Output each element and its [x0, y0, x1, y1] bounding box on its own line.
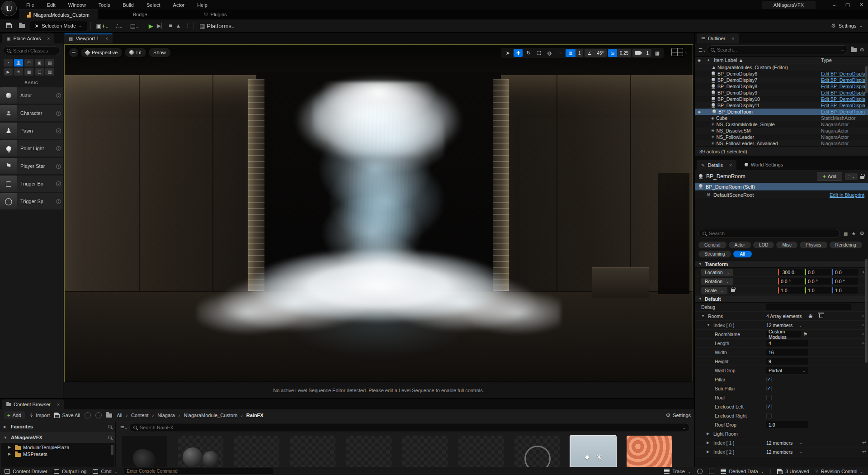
rotation-snap-group[interactable]: ∠ 45° — [585, 49, 606, 57]
close-icon[interactable]: × — [57, 402, 60, 407]
gear-icon[interactable]: ⚙ — [859, 47, 864, 53]
subpillar-checkbox[interactable]: ✓ — [766, 386, 772, 391]
platforms-button[interactable]: ▦ Platforms⌄ — [198, 23, 236, 29]
eye-icon[interactable]: ◉ — [698, 58, 703, 62]
close-icon[interactable]: × — [729, 163, 732, 168]
search-icon[interactable] — [108, 436, 112, 439]
placeable-player-start[interactable]: ⚑ Player Star? — [0, 158, 63, 174]
height-field[interactable]: 9 — [766, 358, 808, 365]
content-drawer-button[interactable]: Content Drawer — [5, 469, 47, 474]
add-actor-button[interactable]: ▣+⌄ — [94, 23, 110, 29]
tab-plugins[interactable]: ⎋ Plugins — [196, 10, 235, 19]
gear-icon[interactable]: ⚙ — [859, 230, 864, 237]
placeable-point-light[interactable]: Point Light? — [0, 140, 63, 157]
content-browser-tab[interactable]: Content Browser × — [2, 399, 64, 409]
category-audio-icon[interactable]: ▶ — [4, 68, 13, 76]
save-all-button[interactable]: Save All — [54, 413, 80, 418]
location-y-field[interactable]: 0.0 — [805, 269, 831, 276]
walldrop-select[interactable]: Partial ⌄ — [766, 367, 808, 374]
outliner-row[interactable]: BP_DemoDisplay8 Edit BP_DemoDispla — [695, 83, 868, 90]
snapshot-icon[interactable] — [709, 469, 714, 474]
place-actors-search[interactable] — [3, 46, 60, 55]
filter-icon[interactable]: ☰⌄ — [698, 48, 704, 52]
placeable-trigger-sphere[interactable]: ◯ Trigger Sp? — [0, 193, 63, 209]
chip-rendering[interactable]: Rendering — [830, 242, 862, 248]
chip-general[interactable]: General — [698, 242, 726, 248]
debug-field[interactable] — [766, 304, 851, 310]
add-element-icon[interactable]: ⊕ — [808, 313, 813, 319]
search-icon[interactable] — [108, 425, 112, 428]
rotation-y-field[interactable]: 0.0 ° — [805, 278, 831, 285]
import-button[interactable]: ⇓ Import — [29, 412, 50, 418]
menu-window[interactable]: Window — [63, 1, 91, 9]
menu-build[interactable]: Build — [118, 1, 139, 9]
placeable-trigger-box[interactable]: ▢ Trigger Bo? — [0, 176, 63, 192]
enclosedleft-checkbox[interactable]: ✓ — [766, 404, 772, 409]
expand-icon[interactable]: ▶ — [707, 441, 711, 445]
outliner-row[interactable]: BP_DemoDisplay11 Edit BP_DemoDispla — [695, 102, 868, 109]
edit-blueprint-link[interactable]: Edit BP_DemoDispla — [821, 71, 868, 76]
minimize-button[interactable]: – — [827, 2, 841, 8]
show-dropdown[interactable]: Show — [149, 48, 170, 57]
edit-blueprint-link[interactable]: Edit BP_DemoDispla — [821, 90, 868, 95]
cmd-dropdown[interactable]: Cmd ⌄ — [93, 469, 118, 474]
chip-all[interactable]: All — [733, 251, 752, 257]
close-icon[interactable]: × — [105, 36, 108, 41]
output-log-button[interactable]: Output Log — [54, 469, 86, 474]
camera-speed-value[interactable]: 1 — [643, 49, 651, 57]
category-cinematic-icon[interactable]: ▤ — [45, 59, 54, 66]
collapse-icon[interactable]: ▼ — [701, 314, 706, 318]
chip-physics[interactable]: Physics — [800, 242, 827, 248]
crumb-niagaramodule-custom[interactable]: NiagaraModule_Custom — [184, 413, 237, 418]
length-field[interactable]: 4 — [766, 340, 808, 347]
category-basic-icon[interactable] — [14, 59, 23, 66]
outliner-tab[interactable]: ☰ Outliner × — [697, 33, 739, 43]
enclosedright-checkbox[interactable]: ✓ — [766, 413, 772, 418]
reset-icon[interactable]: ↩ — [862, 449, 866, 455]
stop-button[interactable]: ■ — [169, 23, 172, 29]
category-lights-icon[interactable]: ☉ — [24, 59, 33, 66]
search-input[interactable] — [140, 425, 679, 430]
star-icon[interactable]: ★ — [707, 58, 710, 62]
outliner-row[interactable]: ◈ Cube StaticMeshActor — [695, 115, 868, 121]
chip-actor[interactable]: Actor — [729, 242, 751, 248]
browse-content-icon[interactable] — [17, 23, 27, 29]
console-command-input[interactable]: Enter Console Command — [124, 468, 273, 474]
location-x-field[interactable]: -300.0 — [778, 269, 804, 276]
rotation-x-field[interactable]: 0.0 ° — [778, 278, 804, 285]
move-tool-icon[interactable]: ✚ — [514, 49, 523, 57]
revision-control-dropdown[interactable]: ⑂ Revision Control ⌄ — [816, 469, 863, 474]
edit-blueprint-link[interactable]: Edit BP_DemoRoom — [821, 109, 868, 114]
outliner-row[interactable]: BP_DemoDisplay9 Edit BP_DemoDispla — [695, 90, 868, 96]
outliner-row-world[interactable]: NiagaraModules_Custom (Editor) — [695, 64, 868, 71]
folder-modulartempleplaza[interactable]: ▶ ModularTemplePlaza — [8, 444, 114, 451]
rotate-tool-icon[interactable]: ↻ — [524, 49, 533, 57]
width-field[interactable]: 16 — [766, 349, 808, 356]
world-settings-tab[interactable]: World Settings — [736, 159, 791, 170]
perspective-dropdown[interactable]: Perspective — [81, 48, 122, 57]
close-icon[interactable]: × — [47, 36, 50, 41]
play-options-icon[interactable]: ⋮ — [184, 23, 190, 29]
category-shapes-icon[interactable]: ▣ — [35, 59, 44, 66]
menu-select[interactable]: Select — [141, 1, 166, 9]
outliner-row[interactable]: ✳ NS_CustomModule_Simple NiagaraActor — [695, 121, 868, 128]
crumb-niagara[interactable]: Niagara — [157, 413, 175, 418]
content-browser-settings-button[interactable]: ⚙ Settings — [665, 412, 691, 418]
viewport-3d-scene[interactable]: ☰ Perspective Lit Show ➤ ✚ ↻ ⛶ ◍ — [64, 44, 693, 382]
surface-snap-icon[interactable]: ∴ — [555, 49, 564, 57]
placeable-actor[interactable]: Actor? — [0, 87, 63, 104]
chip-misc[interactable]: Misc — [776, 242, 797, 248]
edit-blueprint-link[interactable]: Edit BP_DemoDispla — [821, 96, 868, 102]
play-button[interactable]: ▶ — [149, 23, 153, 29]
tab-bridge[interactable]: Bridge — [125, 10, 156, 19]
location-z-field[interactable]: 0.0 — [832, 269, 858, 276]
grid-snap-value[interactable]: 1 — [576, 49, 584, 57]
record-icon[interactable] — [697, 469, 703, 474]
cinematics-button[interactable]: ▤⌄ — [128, 23, 141, 29]
menu-actor[interactable]: Actor — [168, 1, 190, 9]
component-row-self[interactable]: BP_DemoRoom (Self) — [695, 183, 868, 191]
category-volumes-icon[interactable]: ▢ — [35, 68, 44, 76]
camera-speed-group[interactable]: 1 — [632, 49, 651, 57]
grid-snap-icon[interactable]: ▦ — [566, 49, 575, 57]
crumb-all[interactable]: All — [117, 413, 122, 418]
